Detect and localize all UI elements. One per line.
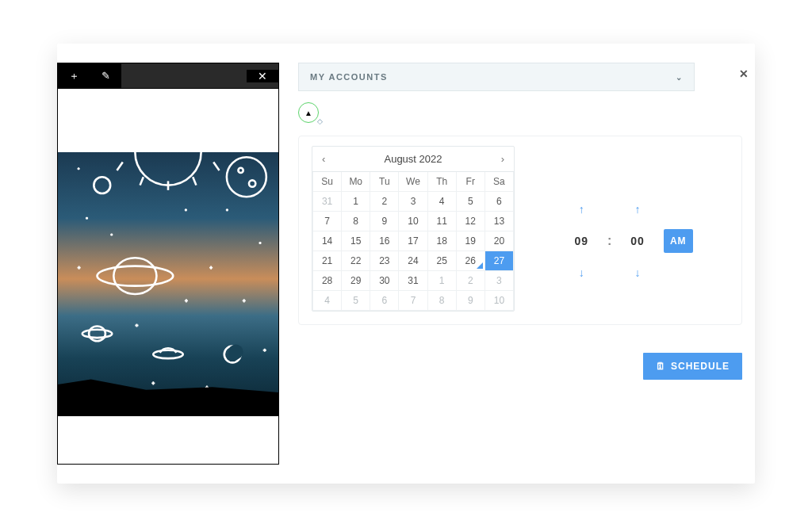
story-preview-column: ＋ ✎ ✕ <box>57 44 279 484</box>
close-icon: ✕ <box>258 70 267 82</box>
calendar-day-cell[interactable]: 6 <box>485 192 513 212</box>
remove-media-button[interactable]: ✕ <box>247 70 278 82</box>
calendar-title[interactable]: August 2022 <box>384 153 442 165</box>
calendar-prev-button[interactable]: ‹ <box>319 151 328 166</box>
svg-point-9 <box>113 258 156 294</box>
add-media-button[interactable]: ＋ <box>58 63 90 89</box>
calendar-dow-cell: We <box>399 172 427 192</box>
time-picker: ↑ 09 ↓ : ↑ 00 ↓ ↑ AM ↓ <box>515 146 729 312</box>
hour-down-button[interactable]: ↓ <box>579 266 584 279</box>
calendar-day-cell[interactable]: 26 <box>456 251 485 271</box>
arrow-up-icon: ↑ <box>635 203 641 216</box>
calendar-day-cell[interactable]: 16 <box>370 231 399 251</box>
calendar-day-cell[interactable]: 2 <box>370 192 399 212</box>
calendar-day-cell[interactable]: 10 <box>399 212 427 231</box>
my-accounts-dropdown[interactable]: MY ACCOUNTS ⌄ <box>298 63 695 91</box>
calendar-dow-cell: Tu <box>370 172 399 192</box>
calendar-day-cell[interactable]: 12 <box>456 212 485 231</box>
calendar-day-cell[interactable]: 17 <box>399 231 427 251</box>
minute-value[interactable]: 00 <box>630 235 645 247</box>
calendar-day-cell[interactable]: 29 <box>342 271 370 291</box>
calendar-day-cell[interactable]: 20 <box>485 231 513 251</box>
calendar-day-cell[interactable]: 10 <box>485 291 513 311</box>
calendar-next-button[interactable]: › <box>498 151 508 166</box>
svg-line-4 <box>193 177 196 185</box>
arrow-up-icon: ↑ <box>579 203 584 216</box>
schedule-button[interactable]: 🗓 SCHEDULE <box>643 353 742 380</box>
calendar-week-row: 45678910 <box>313 291 514 311</box>
calendar-day-cell[interactable]: 18 <box>427 231 456 251</box>
calendar-day-cell[interactable]: 27 <box>485 251 513 271</box>
calendar-week-row: 78910111213 <box>313 212 514 231</box>
minute-column: ↑ 00 ↓ <box>630 203 645 279</box>
plus-icon: ＋ <box>69 69 79 83</box>
arrow-down-icon: ↓ <box>635 266 641 279</box>
preview-bottom-padding <box>58 416 278 464</box>
calendar-day-cell[interactable]: 5 <box>456 192 485 212</box>
schedule-settings-column: ✕ MY ACCOUNTS ⌄ ▲ ◇ ‹ August 2022 › SuMo… <box>279 44 761 484</box>
minute-down-button[interactable]: ↓ <box>635 266 641 279</box>
hour-value[interactable]: 09 <box>574 235 588 247</box>
calendar-day-cell[interactable]: 21 <box>313 251 342 271</box>
time-colon: : <box>607 234 611 248</box>
calendar-day-cell[interactable]: 4 <box>427 192 456 212</box>
calendar-day-cell[interactable]: 6 <box>370 291 399 311</box>
calendar-day-cell[interactable]: 31 <box>313 192 342 212</box>
calendar-day-cell[interactable]: 11 <box>427 212 456 231</box>
calendar-day-cell[interactable]: 15 <box>342 231 370 251</box>
story-image[interactable] <box>58 152 278 416</box>
calendar-week-row: 21222324252627 <box>313 251 514 271</box>
calendar-week-row: 31123456 <box>313 192 514 212</box>
svg-line-2 <box>140 177 144 185</box>
calendar-day-cell[interactable]: 14 <box>313 231 342 251</box>
calendar-week-row: 14151617181920 <box>313 231 514 251</box>
datetime-panel: ‹ August 2022 › SuMoTuWeThFrSa 311234567… <box>298 136 742 325</box>
calendar-dow-cell: Fr <box>456 172 485 192</box>
schedule-button-label: SCHEDULE <box>671 361 730 372</box>
calendar-day-cell[interactable]: 25 <box>427 251 456 271</box>
calendar-day-cell[interactable]: 4 <box>313 291 342 311</box>
my-accounts-label: MY ACCOUNTS <box>310 72 388 82</box>
svg-line-1 <box>213 162 219 170</box>
preview-top-padding <box>58 89 278 152</box>
svg-point-8 <box>94 177 110 193</box>
calendar-day-cell[interactable]: 31 <box>399 271 427 291</box>
calendar-day-cell[interactable]: 19 <box>456 231 485 251</box>
calendar-week-row: 28293031123 <box>313 271 514 291</box>
calendar-day-cell[interactable]: 13 <box>485 212 513 231</box>
selected-accounts-row: ▲ ◇ <box>298 102 742 123</box>
calendar-day-cell[interactable]: 30 <box>370 271 399 291</box>
svg-line-0 <box>117 162 122 170</box>
minute-up-button[interactable]: ↑ <box>635 203 641 216</box>
calendar-day-cell[interactable]: 9 <box>456 291 485 311</box>
calendar-dow-row: SuMoTuWeThFrSa <box>313 172 514 192</box>
calendar-grid: SuMoTuWeThFrSa 3112345678910111213141516… <box>312 172 514 311</box>
calendar-day-cell[interactable]: 23 <box>370 251 399 271</box>
calendar-dow-cell: Mo <box>342 172 370 192</box>
calendar-day-cell[interactable]: 1 <box>427 271 456 291</box>
calendar-day-cell[interactable]: 9 <box>370 212 399 231</box>
edit-media-button[interactable]: ✎ <box>90 63 121 89</box>
svg-point-7 <box>249 180 255 186</box>
svg-point-10 <box>98 266 174 286</box>
calendar-day-cell[interactable]: 28 <box>313 271 342 291</box>
calendar-day-cell[interactable]: 8 <box>427 291 456 311</box>
calendar-day-cell[interactable]: 2 <box>456 271 485 291</box>
ampm-toggle[interactable]: AM <box>664 229 693 253</box>
close-icon: ✕ <box>739 67 749 80</box>
calendar-day-cell[interactable]: 3 <box>399 192 427 212</box>
calendar-day-cell[interactable]: 7 <box>399 291 427 311</box>
calendar-day-cell[interactable]: 8 <box>342 212 370 231</box>
calendar-day-cell[interactable]: 7 <box>313 212 342 231</box>
avatar-icon: ▲ <box>304 109 312 117</box>
calendar-header: ‹ August 2022 › <box>312 147 514 172</box>
calendar-day-cell[interactable]: 24 <box>399 251 427 271</box>
calendar-day-cell[interactable]: 1 <box>342 192 370 212</box>
close-modal-button[interactable]: ✕ <box>739 67 749 80</box>
calendar-day-cell[interactable]: 22 <box>342 251 370 271</box>
calendar-day-cell[interactable]: 3 <box>485 271 513 291</box>
calendar-day-cell[interactable]: 5 <box>342 291 370 311</box>
calendar-dow-cell: Th <box>427 172 456 192</box>
account-avatar[interactable]: ▲ ◇ <box>298 102 319 123</box>
hour-up-button[interactable]: ↑ <box>579 203 584 216</box>
